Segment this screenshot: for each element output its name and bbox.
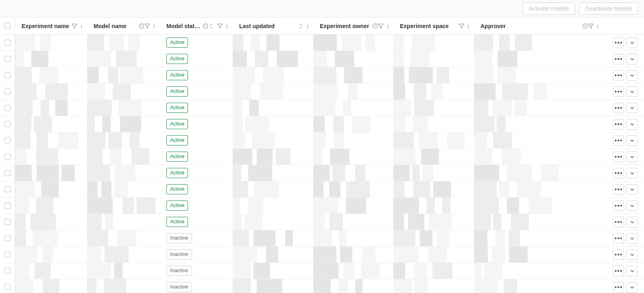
row-checkbox-cell bbox=[0, 84, 15, 99]
expand-row-button[interactable] bbox=[627, 152, 637, 162]
expand-row-button[interactable] bbox=[627, 168, 637, 178]
row-checkbox[interactable] bbox=[4, 235, 11, 241]
header-model-status[interactable]: Model status || bbox=[160, 18, 233, 34]
cell-model bbox=[87, 35, 160, 51]
more-actions-button[interactable]: ••• bbox=[613, 119, 624, 130]
column-resize-handle[interactable]: || bbox=[153, 18, 155, 34]
activate-models-button[interactable]: Activate models bbox=[523, 2, 575, 15]
header-approver[interactable]: Approver || bbox=[474, 18, 603, 34]
status-badge-active: Active bbox=[166, 152, 188, 161]
expand-row-button[interactable] bbox=[627, 70, 637, 81]
header-model-name[interactable]: Model name || bbox=[87, 18, 160, 34]
row-checkbox[interactable] bbox=[4, 72, 11, 78]
column-resize-handle[interactable]: || bbox=[80, 18, 82, 34]
more-actions-button[interactable]: ••• bbox=[613, 168, 624, 178]
more-actions-button[interactable]: ••• bbox=[613, 37, 624, 48]
cell-updated bbox=[233, 116, 313, 132]
column-resize-handle[interactable]: || bbox=[306, 18, 308, 34]
expand-row-button[interactable] bbox=[627, 37, 637, 48]
info-icon[interactable] bbox=[203, 23, 208, 29]
row-checkbox[interactable] bbox=[4, 121, 11, 127]
filter-icon[interactable] bbox=[144, 23, 150, 29]
row-checkbox[interactable] bbox=[4, 219, 11, 225]
column-resize-handle[interactable]: || bbox=[386, 18, 389, 34]
cell-owner bbox=[313, 132, 393, 148]
table-row: Active••• bbox=[0, 35, 644, 51]
filter-icon[interactable] bbox=[72, 23, 77, 29]
more-actions-button[interactable]: ••• bbox=[613, 200, 624, 211]
filter-icon[interactable] bbox=[588, 23, 594, 29]
deactivate-models-button[interactable]: Deactivate models bbox=[579, 2, 638, 15]
cell-name bbox=[15, 132, 87, 148]
cell-space bbox=[393, 247, 474, 262]
more-actions-button[interactable]: ••• bbox=[613, 266, 624, 276]
chevron-down-icon bbox=[630, 138, 635, 143]
row-checkbox[interactable] bbox=[4, 137, 11, 143]
expand-row-button[interactable] bbox=[627, 86, 637, 97]
header-last-updated[interactable]: Last updated || bbox=[233, 18, 313, 34]
expand-row-button[interactable] bbox=[627, 249, 637, 260]
cell-model bbox=[87, 247, 160, 262]
expand-row-button[interactable] bbox=[627, 119, 637, 130]
filter-icon[interactable] bbox=[458, 23, 464, 29]
cell-space bbox=[393, 181, 474, 197]
expand-row-button[interactable] bbox=[627, 54, 637, 64]
expand-row-button[interactable] bbox=[627, 217, 637, 227]
cell-approver bbox=[474, 84, 603, 99]
more-actions-button[interactable]: ••• bbox=[613, 233, 624, 244]
row-checkbox[interactable] bbox=[4, 40, 11, 46]
table-row: Inactive••• bbox=[0, 247, 644, 263]
filter-icon[interactable] bbox=[378, 23, 384, 29]
header-experiment-owner[interactable]: Experiment owner || bbox=[313, 18, 393, 34]
row-checkbox[interactable] bbox=[4, 268, 11, 274]
column-resize-handle[interactable]: || bbox=[225, 18, 228, 34]
expand-row-button[interactable] bbox=[627, 266, 637, 276]
more-actions-button[interactable]: ••• bbox=[613, 86, 624, 97]
expand-row-button[interactable] bbox=[627, 233, 637, 244]
expand-row-button[interactable] bbox=[627, 184, 637, 195]
row-checkbox[interactable] bbox=[4, 251, 11, 258]
sort-icon[interactable] bbox=[298, 23, 303, 29]
info-icon[interactable] bbox=[372, 23, 378, 29]
cell-actions: ••• bbox=[603, 132, 644, 148]
filter-icon[interactable] bbox=[217, 23, 223, 29]
expand-row-button[interactable] bbox=[627, 282, 637, 293]
more-actions-button[interactable]: ••• bbox=[613, 135, 624, 146]
cell-name bbox=[15, 84, 87, 99]
cell-owner bbox=[313, 214, 393, 230]
more-actions-button[interactable]: ••• bbox=[613, 184, 624, 195]
more-actions-button[interactable]: ••• bbox=[613, 103, 624, 113]
row-checkbox[interactable] bbox=[4, 203, 11, 209]
more-actions-button[interactable]: ••• bbox=[613, 217, 624, 227]
row-checkbox[interactable] bbox=[4, 154, 11, 160]
row-checkbox[interactable] bbox=[4, 56, 11, 62]
more-actions-button[interactable]: ••• bbox=[613, 70, 624, 81]
more-actions-button[interactable]: ••• bbox=[613, 282, 624, 293]
header-experiment-name[interactable]: Experiment name || bbox=[15, 18, 87, 34]
column-resize-handle[interactable]: || bbox=[467, 18, 469, 34]
expand-row-button[interactable] bbox=[627, 103, 637, 113]
cell-approver bbox=[474, 132, 603, 148]
row-checkbox[interactable] bbox=[4, 88, 11, 95]
cell-space bbox=[393, 198, 474, 214]
expand-row-button[interactable] bbox=[627, 135, 637, 146]
select-all-checkbox[interactable] bbox=[4, 23, 11, 29]
info-icon[interactable] bbox=[139, 23, 144, 29]
row-checkbox-cell bbox=[0, 181, 15, 197]
cell-approver bbox=[474, 181, 603, 197]
expand-row-button[interactable] bbox=[627, 200, 637, 211]
row-checkbox[interactable] bbox=[4, 284, 11, 290]
column-resize-handle[interactable]: || bbox=[596, 18, 598, 34]
header-experiment-space[interactable]: Experiment space || bbox=[393, 18, 474, 34]
row-checkbox[interactable] bbox=[4, 186, 11, 192]
cell-model bbox=[87, 263, 160, 279]
more-actions-button[interactable]: ••• bbox=[613, 249, 624, 260]
info-icon[interactable] bbox=[582, 23, 588, 29]
sort-icon[interactable] bbox=[208, 23, 214, 29]
more-actions-button[interactable]: ••• bbox=[613, 54, 624, 64]
more-actions-button[interactable]: ••• bbox=[613, 152, 624, 162]
row-checkbox[interactable] bbox=[4, 105, 11, 111]
row-checkbox[interactable] bbox=[4, 170, 11, 176]
cell-actions: ••• bbox=[603, 230, 644, 246]
cell-name bbox=[15, 100, 87, 116]
